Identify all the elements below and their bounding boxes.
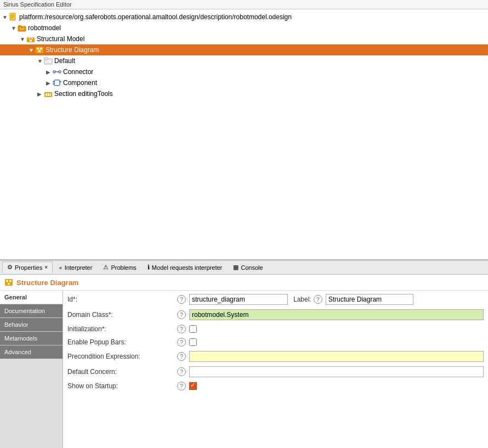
structural-label: Structural Model	[37, 35, 84, 43]
tree-item-connector[interactable]: ▶ Connector	[0, 66, 488, 77]
default-concern-row: Default Concern: ?	[67, 366, 484, 377]
svg-rect-32	[8, 283, 10, 285]
root-label: platform:/resource/org.saferobots.operat…	[19, 13, 292, 21]
precondition-row: Precondition Expression: ?	[67, 351, 484, 362]
folder-icon-robotmodel	[18, 24, 26, 32]
svg-rect-23	[53, 83, 55, 84]
arrow-connector: ▶	[46, 69, 53, 75]
tree-item-component[interactable]: ▶ Component	[0, 77, 488, 88]
domain-class-row: Domain Class*: ?	[67, 309, 484, 320]
default-icon	[44, 56, 53, 65]
tree-panel: Sirius Specification Editor ▼ platform:/…	[0, 0, 488, 260]
svg-rect-13	[38, 50, 41, 52]
domain-class-input[interactable]	[189, 309, 484, 320]
arrow-root: ▼	[2, 14, 9, 20]
id-label-row: Id*: ? Label: ?	[67, 294, 484, 305]
model-requests-icon: ℹ	[147, 264, 150, 271]
initialization-help[interactable]: ?	[177, 325, 186, 333]
file-icon	[9, 13, 18, 21]
component-label: Component	[63, 79, 97, 87]
show-on-startup-label: Show on Startup:	[67, 382, 177, 390]
tab-properties-label: Properties	[15, 264, 42, 271]
tab-properties[interactable]: ⚙ Properties ×	[2, 262, 53, 273]
default-concern-help[interactable]: ?	[177, 367, 186, 376]
tab-problems[interactable]: ⚠ Problems	[98, 262, 141, 273]
svg-rect-9	[30, 39, 32, 42]
close-properties-tab[interactable]: ×	[44, 264, 48, 270]
sidebar-tabs: General Documentation Behavior Metamodel…	[0, 291, 63, 448]
id-help[interactable]: ?	[177, 295, 186, 304]
precondition-label: Precondition Expression:	[67, 353, 177, 360]
component-icon	[53, 78, 61, 87]
console-icon: ▦	[233, 264, 239, 271]
properties-header: Structure Diagram	[0, 275, 488, 291]
arrow-editing-tools: ▶	[37, 91, 44, 97]
precondition-help[interactable]: ?	[177, 352, 186, 361]
default-concern-label: Default Concern:	[67, 368, 177, 376]
tools-icon	[44, 89, 53, 98]
id-input[interactable]	[189, 294, 288, 305]
svg-rect-24	[59, 81, 61, 82]
diagram-icon	[35, 46, 44, 54]
domain-class-label: Domain Class*:	[67, 311, 177, 319]
sidebar-tab-general[interactable]: General	[0, 291, 63, 304]
svg-rect-28	[50, 93, 51, 96]
title-bar: Sirius Specification Editor	[0, 0, 488, 9]
sidebar-tab-metamodels[interactable]: Metamodels	[0, 332, 63, 345]
label-input[interactable]	[326, 294, 413, 305]
arrow-structural: ▼	[20, 36, 26, 42]
enable-popup-help[interactable]: ?	[177, 338, 186, 347]
tabs-bar: ⚙ Properties × ● Interpreter ⚠ Problems …	[0, 260, 488, 275]
tree-item-robotmodel[interactable]: ▼ robotmodel	[0, 22, 488, 33]
tree-item-structural-model[interactable]: ▼ Structural Model	[0, 33, 488, 44]
svg-rect-12	[40, 48, 42, 49]
svg-rect-27	[48, 93, 49, 96]
tree-item-structure-diagram[interactable]: ▼ Structure Diagram	[0, 44, 488, 55]
show-on-startup-help[interactable]: ?	[177, 382, 186, 390]
svg-rect-11	[37, 48, 39, 49]
tab-interpreter-label: Interpreter	[65, 264, 93, 271]
properties-panel: ⚙ Properties × ● Interpreter ⚠ Problems …	[0, 260, 488, 448]
arrow-robotmodel: ▼	[11, 25, 18, 31]
tree-item-editing-tools[interactable]: ▶ Section editingTools	[0, 88, 488, 99]
connector-icon	[53, 67, 61, 76]
initialization-label: Initialization*:	[67, 325, 177, 333]
enable-popup-checkbox[interactable]	[189, 338, 197, 346]
default-label: Default	[54, 57, 75, 65]
label-help[interactable]: ?	[314, 295, 322, 304]
problems-icon: ⚠	[103, 264, 109, 271]
arrow-structure-diagram: ▼	[29, 47, 35, 53]
properties-tab-icon: ⚙	[7, 264, 13, 271]
default-concern-input[interactable]	[189, 366, 484, 377]
svg-rect-31	[9, 280, 12, 282]
tab-console[interactable]: ▦ Console	[228, 262, 268, 273]
tree-area: ▼ platform:/resource/org.saferobots.oper…	[0, 9, 488, 101]
tree-item-default[interactable]: ▼ Default	[0, 55, 488, 66]
tab-console-label: Console	[241, 264, 263, 271]
initialization-checkbox[interactable]	[189, 325, 197, 333]
title-text: Sirius Specification Editor	[3, 1, 72, 8]
precondition-input[interactable]	[189, 351, 484, 362]
sidebar-tab-behavior[interactable]: Behavior	[0, 318, 63, 332]
tab-interpreter[interactable]: ● Interpreter	[54, 262, 97, 273]
svg-rect-10	[36, 47, 43, 53]
sidebar-tab-advanced[interactable]: Advanced	[0, 345, 63, 359]
show-on-startup-row: Show on Startup: ?	[67, 382, 484, 390]
tab-model-requests-label: Model requests interpreter	[152, 264, 222, 271]
sidebar-tab-documentation[interactable]: Documentation	[0, 304, 63, 318]
id-label: Id*:	[67, 296, 177, 303]
svg-point-19	[59, 71, 61, 73]
label-label: Label:	[293, 296, 311, 303]
tree-item-root[interactable]: ▼ platform:/resource/org.saferobots.oper…	[0, 12, 488, 22]
structural-icon	[26, 35, 35, 43]
interpreter-icon: ●	[59, 264, 63, 271]
domain-class-help[interactable]: ?	[177, 310, 186, 319]
properties-body: General Documentation Behavior Metamodel…	[0, 291, 488, 448]
show-on-startup-checkbox[interactable]	[189, 382, 197, 390]
svg-rect-22	[53, 81, 55, 82]
robotmodel-label: robotmodel	[28, 24, 61, 32]
svg-point-18	[53, 71, 55, 73]
content-area: Id*: ? Label: ? Domain Class*: ? Initial…	[63, 291, 488, 448]
tab-model-requests[interactable]: ℹ Model requests interpreter	[143, 262, 227, 273]
editing-tools-label: Section editingTools	[54, 90, 113, 98]
